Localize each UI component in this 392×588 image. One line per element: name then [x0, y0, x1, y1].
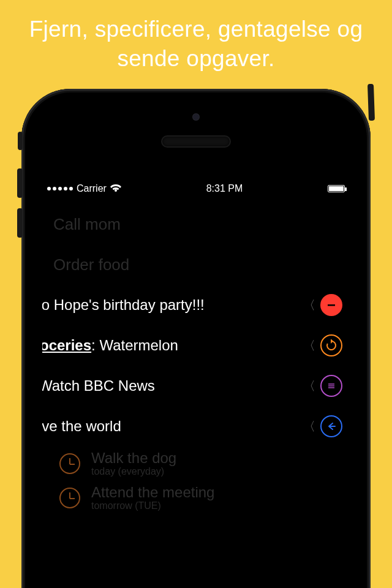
repeat-action-button[interactable]	[320, 334, 342, 356]
task-label: groceries: Watermelon	[42, 337, 286, 354]
task-row-swiped[interactable]: Watch BBC News 〈	[42, 366, 350, 406]
task-label-suffix: : Watermelon	[91, 337, 178, 353]
scheduled-subtitle: today (everyday)	[91, 466, 176, 477]
task-row-swiped[interactable]: groceries: Watermelon 〈	[42, 325, 350, 366]
task-label-prefix: groceries	[42, 337, 91, 353]
phone-frame: Carrier 8:31 PM Call mom Order food o to…	[21, 89, 371, 588]
promo-headline: Fjern, specificere, gentagelse og sende …	[0, 0, 392, 86]
scheduled-task-row[interactable]: Attend the meeting tomorrow (TUE)	[42, 481, 350, 515]
earpiece-speaker	[162, 137, 230, 146]
front-camera	[192, 113, 200, 121]
task-row-swiped[interactable]: o to Hope's birthday party!!! 〈	[42, 285, 350, 325]
power-button	[368, 84, 375, 121]
clock-icon	[59, 453, 80, 474]
task-label: Watch BBC News	[42, 377, 300, 394]
send-action-button[interactable]	[320, 415, 342, 437]
scheduled-title: Walk the dog	[91, 450, 176, 466]
chevron-left-icon: 〈	[303, 418, 315, 435]
chevron-left-icon: 〈	[303, 297, 315, 314]
scheduled-title: Attend the meeting	[91, 484, 214, 500]
mute-switch	[18, 132, 23, 150]
clock-icon	[59, 488, 80, 508]
svg-rect-0	[328, 304, 335, 306]
status-bar: Carrier 8:31 PM	[42, 181, 350, 197]
task-row[interactable]: Order food	[42, 244, 350, 285]
chevron-left-icon: 〈	[303, 378, 315, 394]
carrier-label: Carrier	[77, 183, 107, 194]
task-label: Call mom	[53, 215, 350, 234]
scheduled-task-row[interactable]: Walk the dog today (everyday)	[42, 447, 350, 481]
task-label: Order food	[53, 255, 350, 274]
device-screen: Carrier 8:31 PM Call mom Order food o to…	[42, 181, 350, 588]
delete-action-button[interactable]	[320, 294, 342, 316]
detail-action-button[interactable]	[320, 375, 342, 397]
task-list: Call mom Order food o to Hope's birthday…	[42, 197, 350, 515]
scheduled-subtitle: tomorrow (TUE)	[91, 500, 214, 511]
volume-down-button	[17, 208, 23, 238]
chevron-left-icon: 〈	[303, 337, 315, 354]
clock-label: 8:31 PM	[121, 183, 328, 194]
volume-up-button	[17, 168, 23, 198]
task-row-swiped[interactable]: ive the world 〈	[42, 406, 350, 447]
task-label: o to Hope's birthday party!!!	[42, 296, 286, 314]
wifi-icon	[110, 184, 121, 193]
battery-icon	[328, 185, 345, 192]
signal-dots-icon	[47, 187, 73, 190]
task-label: ive the world	[42, 418, 300, 435]
task-row[interactable]: Call mom	[42, 204, 350, 244]
